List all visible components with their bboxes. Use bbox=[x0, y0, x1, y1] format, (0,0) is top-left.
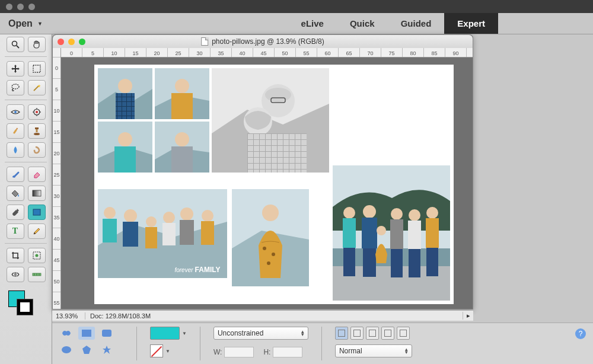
stroke-color-control[interactable]: ▼ bbox=[150, 344, 170, 357]
zoom-icon[interactable] bbox=[79, 39, 85, 45]
svg-rect-69 bbox=[343, 218, 356, 248]
svg-point-20 bbox=[35, 254, 38, 257]
info-arrow-icon[interactable]: ▸ bbox=[463, 312, 473, 320]
move-tool[interactable] bbox=[7, 61, 24, 76]
hand-tool[interactable] bbox=[28, 37, 46, 52]
ruler-tick: 55 bbox=[53, 292, 60, 309]
subtract-shape-icon[interactable] bbox=[366, 327, 379, 340]
svg-point-15 bbox=[34, 133, 40, 135]
canvas[interactable]: forever FAMILY bbox=[61, 58, 473, 309]
smudge-tool[interactable] bbox=[28, 142, 46, 158]
svg-point-74 bbox=[377, 226, 386, 235]
width-label: W: bbox=[213, 347, 254, 357]
svg-rect-77 bbox=[391, 249, 403, 277]
svg-point-78 bbox=[409, 209, 420, 221]
dropdown-icon: ▼ bbox=[37, 21, 43, 27]
overlap-group: Normal ▴▾ bbox=[335, 327, 412, 360]
photo bbox=[155, 122, 209, 173]
no-stroke-well[interactable] bbox=[150, 344, 163, 357]
eyedropper-tool[interactable] bbox=[7, 205, 24, 220]
tab-expert[interactable]: Expert bbox=[444, 13, 498, 34]
photo bbox=[232, 189, 309, 286]
minimize-icon[interactable] bbox=[68, 39, 75, 45]
blur-tool[interactable] bbox=[7, 142, 24, 158]
exclude-shape-icon[interactable] bbox=[397, 327, 410, 340]
tab-guided[interactable]: Guided bbox=[388, 13, 445, 34]
ruler-tick: 10 bbox=[104, 48, 125, 57]
tab-elive[interactable]: eLive bbox=[288, 13, 337, 34]
svg-rect-82 bbox=[426, 218, 439, 248]
svg-point-6 bbox=[36, 111, 38, 113]
shape-rounded-rect-icon[interactable] bbox=[98, 327, 115, 340]
fill-color-well[interactable] bbox=[150, 327, 180, 340]
tab-label: eLive bbox=[301, 18, 324, 28]
intersect-shape-icon[interactable] bbox=[381, 327, 394, 340]
shape-ellipse-icon[interactable] bbox=[58, 343, 75, 356]
zoom-tool[interactable] bbox=[7, 37, 24, 52]
ruler-horizontal[interactable]: 051015202530354045505560657075808590 bbox=[61, 48, 473, 58]
redeye-tool[interactable] bbox=[28, 104, 46, 120]
healing-brush-tool[interactable] bbox=[7, 123, 24, 139]
add-shape-icon[interactable] bbox=[350, 327, 364, 340]
document-status-bar: 13.93% Doc: 129.8M/108.3M ▸ bbox=[52, 310, 473, 321]
aspect-group: Unconstrained ▴▾ W: H: bbox=[213, 327, 308, 360]
shape-tool[interactable] bbox=[28, 205, 46, 220]
ruler-tick: 20 bbox=[53, 143, 60, 164]
recompose-tool[interactable] bbox=[28, 248, 46, 263]
svg-rect-83 bbox=[426, 248, 438, 276]
help-icon[interactable]: ? bbox=[575, 328, 586, 339]
separator bbox=[200, 327, 200, 360]
ruler-vertical[interactable]: 0510152025303540455055 bbox=[53, 48, 61, 309]
svg-rect-49 bbox=[123, 222, 138, 247]
ruler-tick: 25 bbox=[53, 164, 60, 186]
photo bbox=[98, 122, 152, 173]
document-info[interactable]: Doc: 129.8M/108.3M bbox=[85, 312, 463, 320]
svg-rect-89 bbox=[82, 330, 91, 337]
close-icon[interactable] bbox=[58, 39, 64, 45]
magic-wand-tool[interactable] bbox=[28, 80, 46, 95]
text-tool[interactable]: T bbox=[7, 223, 24, 239]
photo bbox=[155, 68, 209, 119]
shape-polygon-icon[interactable] bbox=[78, 343, 95, 356]
svg-point-61 bbox=[262, 205, 279, 221]
svg-point-34 bbox=[118, 132, 132, 146]
aspect-label: Unconstrained bbox=[218, 329, 263, 337]
tab-quick[interactable]: Quick bbox=[337, 13, 388, 34]
svg-point-91 bbox=[62, 346, 71, 353]
svg-point-31 bbox=[175, 79, 189, 93]
new-shape-layer-icon[interactable] bbox=[335, 327, 348, 340]
fill-color-control[interactable]: ▼ bbox=[150, 327, 187, 340]
document-titlebar[interactable]: photo-pillows.jpg @ 13.9% (RGB/8) bbox=[53, 35, 473, 48]
straighten-tool[interactable] bbox=[28, 267, 46, 282]
width-value[interactable] bbox=[224, 347, 254, 357]
svg-point-50 bbox=[146, 216, 157, 227]
os-dot bbox=[28, 4, 35, 10]
shape-star-icon[interactable] bbox=[98, 343, 115, 356]
background-color[interactable] bbox=[17, 299, 33, 315]
gradient-tool[interactable] bbox=[28, 186, 46, 201]
color-swatches[interactable] bbox=[4, 290, 48, 320]
shape-rect-icon[interactable] bbox=[78, 327, 95, 340]
content-aware-tool[interactable] bbox=[7, 267, 24, 282]
eraser-tool[interactable] bbox=[28, 167, 46, 182]
zoom-readout[interactable]: 13.93% bbox=[52, 312, 85, 320]
svg-rect-29 bbox=[116, 93, 135, 119]
svg-rect-47 bbox=[103, 219, 117, 242]
svg-point-68 bbox=[343, 207, 355, 219]
ruler-tick: 40 bbox=[232, 48, 253, 57]
svg-point-71 bbox=[363, 205, 376, 218]
pencil-tool[interactable] bbox=[28, 223, 46, 239]
shape-custom-icon[interactable] bbox=[58, 327, 75, 340]
lasso-tool[interactable] bbox=[7, 80, 24, 95]
height-value[interactable] bbox=[273, 347, 302, 357]
aspect-select[interactable]: Unconstrained ▴▾ bbox=[213, 327, 308, 340]
blend-mode-select[interactable]: Normal ▴▾ bbox=[335, 344, 412, 357]
open-menu-button[interactable]: Open ▼ bbox=[0, 13, 51, 34]
paint-bucket-tool[interactable] bbox=[7, 186, 24, 201]
marquee-tool[interactable] bbox=[28, 61, 46, 76]
eye-tool[interactable] bbox=[7, 104, 24, 120]
crop-tool[interactable] bbox=[7, 248, 24, 263]
toolbox: T bbox=[0, 34, 52, 364]
clone-stamp-tool[interactable] bbox=[28, 123, 46, 139]
brush-tool[interactable] bbox=[7, 167, 24, 182]
